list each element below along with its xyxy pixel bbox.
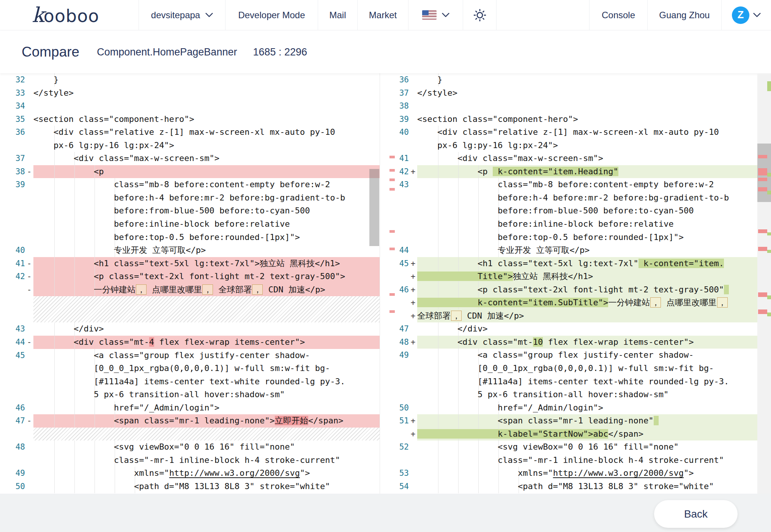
line-number: 36 [380,73,409,87]
diff-row: px-6 lg:py-16 lg:px-24"> [0,139,380,152]
diff-marker [409,401,417,415]
code-line: <p k-content="item.Heading" [417,165,771,178]
nav-mail[interactable]: Mail [318,0,357,30]
code-line: before:h-4 before:mr-2 before:bg-gradien… [417,191,771,205]
diff-row: 46 href="/_Admin/login"> [0,401,380,415]
code-line: } [417,73,771,87]
line-number: 40 [0,244,25,257]
theme-toggle[interactable] [463,0,496,30]
diff-row: [0_0_0_1px_rgba(0,0,0,0.1)] w-full sm:w-… [380,362,771,375]
diff-row: - 一分钟建站， 点哪里改哪里， 全球部署， CDN 加速</p> [0,283,380,297]
code-line: } [33,73,380,87]
nav-region[interactable]: Guang Zhou [647,0,721,30]
code-line: <div class="mt-10 flex flex-wrap items-c… [417,336,771,349]
removed-ruler-mark [758,178,767,181]
diff-marker: + [409,336,417,349]
diff-marker [25,362,33,375]
code-line: <path d="M8 13L13 8L8 3" stroke="white" [33,480,380,493]
line-number: 39 [380,113,409,126]
code-line: xmlns="http://www.w3.org/2000/svg"> [33,467,380,480]
kooboo-logo[interactable]: kooboo [0,0,139,30]
diff-row: 48 <svg viewBox="0 0 16 16" fill="none" [0,440,380,454]
code-line: 5 px-6 transition-all hover:shadow-sm" [417,388,771,401]
diff-marker [25,231,33,244]
added-ruler-mark [767,191,771,194]
line-number: 47 [0,414,25,428]
diff-row: [0_0_0_1px_rgba(0,0,0,0.1)] w-full sm:w-… [0,362,380,375]
line-number: 53 [380,467,409,480]
diff-row: 43 class="mb-8 before:content-empty befo… [380,178,771,191]
code-line: [#111a4a] items-center text-white rounde… [33,375,380,388]
code-line: Title">独立站 黑科技</h1> [417,270,771,283]
deleted-line-marker [389,178,395,181]
line-number: 32 [0,73,25,87]
market-label: Market [369,10,397,21]
region-label: Guang Zhou [659,10,710,21]
diff-row: 44- <div class="mt-4 flex flex-wrap item… [0,336,380,349]
nav-console[interactable]: Console [589,0,647,30]
diff-row: before:inline-block before:relative [0,218,380,231]
nav-market[interactable]: Market [357,0,408,30]
diff-row: [#111a4a] items-center text-white rounde… [0,375,380,388]
diff-marker [25,204,33,218]
line-number: 33 [0,87,25,100]
line-number [380,454,409,467]
code-line: class="mb-8 before:content-empty before:… [33,178,380,191]
diff-row: 47- <span class="mr-1 leading-none">立即开始… [0,414,380,428]
added-ruler-mark [767,250,771,253]
diff-marker [409,113,417,126]
developer-mode-label: Developer Mode [238,10,305,21]
code-line: <section class="component-hero"> [417,113,771,126]
account-menu[interactable]: Z [721,0,771,30]
diff-row: 51+ <span class="mr-1 leading-none" [380,414,771,428]
deleted-line-marker [389,156,395,158]
code-line: <svg viewBox="0 0 16 16" fill="none" [417,440,771,454]
removed-ruler-mark [758,247,767,251]
diff-row: 42+ <p k-content="item.Heading" [380,165,771,178]
line-number: 42 [0,270,25,283]
diff-marker [25,126,33,139]
removed-ruler-mark [758,229,767,233]
code-line: <path d="M8 13L13 8L8 3" stroke="white" [417,480,771,493]
diff-marker: - [25,414,33,428]
diff-row: 5 px-6 transition-all hover:shadow-sm" [380,388,771,401]
site-selector[interactable]: devsitepapa [139,0,225,30]
language-selector[interactable] [408,0,463,30]
us-flag-icon [422,10,437,20]
scrollbar-thumb[interactable] [369,169,379,246]
diff-marker: - [25,283,33,297]
diff-marker [25,87,33,100]
diff-row: 35<section class="component-hero"> [0,113,380,126]
line-number: 37 [380,87,409,100]
nav-developer-mode[interactable]: Developer Mode [225,0,318,30]
diff-marker [409,480,417,493]
diff-marker [25,139,33,152]
diff-marker [25,152,33,165]
diff-marker [25,401,33,415]
diff-marker [25,454,33,467]
line-number [0,296,25,322]
page-title: Compare [22,44,79,60]
code-line: px-6 lg:py-16 lg:px-24"> [33,139,380,152]
diff-marker [409,73,417,87]
diff-marker: + [409,309,417,323]
diff-marker: + [409,414,417,428]
compare-header: Compare Component.HomePageBanner 1685 : … [0,31,771,73]
diff-marker: - [25,165,33,178]
diff-marker [25,349,33,362]
code-line: <span class="mr-1 leading-none">立即开始</sp… [33,414,380,428]
diff-row: before:top-0.5 before:rounded-[1px]"> [0,231,380,244]
line-number [0,204,25,218]
code-line: <span class="mr-1 leading-none" [417,414,771,428]
added-ruler-mark [767,173,771,177]
diff-row: before:h-4 before:mr-2 before:bg-gradien… [0,191,380,205]
line-number: 41 [380,152,409,165]
diff-row: class="-mr-1 inline-block h-4 stroke-cur… [0,454,380,467]
mail-label: Mail [329,10,346,21]
line-number [0,218,25,231]
removed-ruler-mark [758,168,767,175]
back-button[interactable]: Back [654,500,738,528]
diff-marker [25,388,33,401]
deleted-line-marker [389,188,395,191]
diff-marker [409,375,417,388]
